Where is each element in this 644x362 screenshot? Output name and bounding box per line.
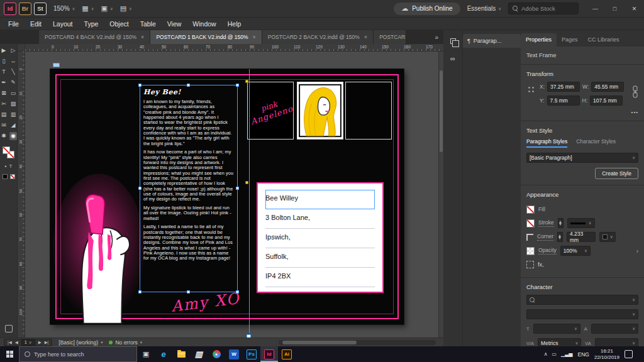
effects-button[interactable]: fx, <box>538 261 544 268</box>
selected-text-frame[interactable]: Hey Bee! I am known to my family, friend… <box>140 85 238 292</box>
screen-mode-button[interactable] <box>5 325 13 332</box>
taskbar-edge[interactable]: e <box>155 346 172 362</box>
address-box[interactable]: Bee Willey3 Bolton Lane,Ipswich,Suffolk,… <box>257 182 384 293</box>
tab-overflow-button[interactable]: » <box>430 34 443 41</box>
gradient-swatch-tool[interactable]: ▤ <box>0 111 8 119</box>
maximize-button[interactable]: □ <box>605 0 625 18</box>
create-style-button[interactable]: Create Style <box>595 168 638 179</box>
links-panel-button[interactable]: ∞ <box>446 52 460 65</box>
pencil-tool[interactable]: ✎ <box>9 79 17 87</box>
selection-handle[interactable] <box>236 187 239 190</box>
close-tab-icon[interactable]: × <box>141 34 144 40</box>
selection-tool[interactable]: ▶ <box>0 47 8 55</box>
stroke-color-swatch[interactable] <box>526 219 535 228</box>
document-canvas[interactable]: 0102030405060708090100110120130140150160… <box>18 44 443 337</box>
close-button[interactable]: ✕ <box>625 0 644 18</box>
panel-tab-properties[interactable]: Properties <box>521 33 557 47</box>
last-page-button[interactable]: ▶| <box>45 340 49 345</box>
menu-window[interactable]: Window <box>187 20 221 28</box>
leading-dropdown[interactable]: ∨ <box>591 324 638 334</box>
taskbar-store[interactable]: ▥ <box>190 346 208 362</box>
menu-object[interactable]: Object <box>104 20 134 28</box>
selection-handle[interactable] <box>236 290 239 293</box>
panel-tab-cc-libraries[interactable]: CC Libraries <box>583 33 625 47</box>
hand-lipstick-illustration[interactable] <box>53 157 148 324</box>
document-tab[interactable]: POSTCARD <box>374 30 406 44</box>
taskbar-photoshop[interactable]: Ps <box>243 346 260 362</box>
start-button[interactable] <box>0 346 19 362</box>
opacity-label[interactable]: Opacity <box>538 247 557 255</box>
frame-handle[interactable] <box>245 80 248 83</box>
action-center-icon[interactable] <box>625 350 633 358</box>
paragraph-panel-tab[interactable]: ¶ Paragrap... <box>463 34 521 48</box>
rectangle-tool[interactable]: ▭ <box>9 89 17 97</box>
view-options-dropdown[interactable]: ▦ ∨ <box>82 4 94 13</box>
scissors-tool[interactable]: ✂ <box>0 100 8 108</box>
horizontal-scrollbar-thumb[interactable] <box>282 341 357 344</box>
menu-type[interactable]: Type <box>79 20 104 28</box>
pages-panel-button[interactable] <box>446 34 460 48</box>
hand-tool[interactable]: ✱ <box>0 132 8 140</box>
app-badge-id[interactable]: Id <box>4 3 16 15</box>
y-field[interactable]: 7.5 mm <box>547 96 580 106</box>
font-family-dropdown[interactable]: ∨ <box>526 295 638 305</box>
height-field[interactable]: 107.5 mm <box>590 96 623 106</box>
none-swatch-icon[interactable] <box>10 174 15 179</box>
kerning-dropdown[interactable]: Metrics ∨ <box>538 338 581 346</box>
fill-stroke-indicator[interactable] <box>3 146 14 158</box>
paragraph-styles-tab[interactable]: Paragraph Styles <box>526 138 567 148</box>
page-tool[interactable]: ▯ <box>0 57 8 65</box>
selection-handle[interactable] <box>138 84 142 87</box>
document-tab[interactable]: POSTCARD 4 BACK V2.indd @ 150%× <box>39 30 150 44</box>
empty-thumbnail[interactable] <box>345 82 392 140</box>
app-badge-br[interactable]: Br <box>19 3 31 15</box>
ruler-guides-dropdown[interactable]: ▤ ∨ <box>120 4 132 13</box>
direct-selection-tool[interactable]: ▷ <box>9 47 17 55</box>
close-tab-icon[interactable]: × <box>252 34 255 40</box>
stroke-label[interactable]: Stroke <box>538 219 554 227</box>
apply-to-text-icon[interactable]: T <box>9 163 12 169</box>
pen-tool[interactable]: ✒ <box>0 79 8 87</box>
menu-help[interactable]: Help <box>222 20 247 28</box>
guide-handle[interactable] <box>247 334 251 337</box>
taskbar-word[interactable]: W <box>225 346 243 362</box>
rectangle-frame-tool[interactable]: ⊠ <box>0 89 8 97</box>
minimize-button[interactable]: — <box>586 0 605 18</box>
zoom-tool[interactable]: ◉ <box>9 132 17 140</box>
selection-handle[interactable] <box>187 290 190 293</box>
selection-handle[interactable] <box>138 187 142 190</box>
gradient-feather-tool[interactable]: ▥ <box>9 111 17 119</box>
apply-to-container-icon[interactable]: ▪ <box>5 163 7 169</box>
link-dimensions-icon[interactable] <box>632 85 638 99</box>
previous-page-button[interactable]: ◀ <box>15 340 18 345</box>
column-guide[interactable] <box>249 69 250 333</box>
color-swatch-icon[interactable] <box>3 174 8 179</box>
task-view-button[interactable]: ▣ <box>137 346 155 362</box>
portrait-thumbnail[interactable] <box>297 82 343 140</box>
tracking-dropdown[interactable]: ∨ <box>595 338 638 346</box>
type-tool[interactable]: T <box>0 68 8 76</box>
corner-label[interactable]: Corner <box>537 233 553 241</box>
menu-view[interactable]: View <box>162 20 187 28</box>
taskbar-file-explorer[interactable] <box>172 346 190 362</box>
workspace-switcher[interactable]: Essentials ∨ <box>467 5 501 12</box>
taskbar-clock[interactable]: 16:21 22/10/2019 <box>594 348 619 360</box>
character-styles-tab[interactable]: Character Styles <box>576 138 616 148</box>
app-badge-st[interactable]: St <box>34 3 47 15</box>
tray-icon[interactable]: ∧ <box>544 351 548 357</box>
stroke-weight-stepper[interactable] <box>558 218 564 228</box>
tray-icon[interactable]: ▁▃▅ <box>561 351 572 357</box>
screen-mode-dropdown[interactable]: ▣ ∨ <box>101 4 113 13</box>
publish-online-button[interactable]: ☁ Publish Online <box>394 3 460 15</box>
vertical-scrollbar-thumb[interactable] <box>440 70 443 152</box>
selection-handle[interactable] <box>138 290 142 293</box>
selection-handle[interactable] <box>187 84 190 87</box>
menu-table[interactable]: Table <box>135 20 162 28</box>
horizontal-scrollbar[interactable] <box>279 340 436 345</box>
reference-point-icon[interactable] <box>526 85 536 94</box>
selection-handle[interactable] <box>236 84 239 87</box>
frame-handle[interactable] <box>245 181 248 184</box>
first-page-button[interactable]: |◀ <box>8 340 12 345</box>
free-transform-tool[interactable]: ▧ <box>9 100 17 108</box>
postcard-page[interactable]: Hey Bee! I am known to my family, friend… <box>50 69 404 324</box>
